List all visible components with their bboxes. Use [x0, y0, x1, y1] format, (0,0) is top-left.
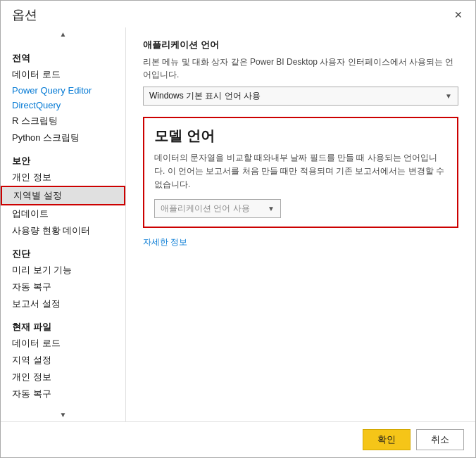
sidebar-item-python-scripting[interactable]: Python 스크립팅: [1, 129, 125, 146]
sidebar-scroll-up[interactable]: ▲: [1, 27, 125, 41]
sidebar: ▲ 전역 데이터 로드 Power Query Editor DirectQue…: [1, 27, 126, 421]
cancel-button[interactable]: 취소: [416, 429, 464, 450]
app-language-dropdown[interactable]: Windows 기본 표시 언어 사용 ▼: [143, 87, 458, 106]
sidebar-item-current-data-load[interactable]: 데이터 로드: [1, 335, 125, 352]
sidebar-group-diagnostics: 진단: [1, 243, 125, 262]
sidebar-item-current-regional[interactable]: 지역 설정: [1, 352, 125, 369]
sidebar-group-current-file: 현재 파일: [1, 317, 125, 335]
app-language-dropdown-arrow: ▼: [445, 92, 452, 100]
sidebar-item-current-personal[interactable]: 개인 정보: [1, 369, 125, 386]
sidebar-item-current-auto-recovery[interactable]: 자동 복구: [1, 386, 125, 402]
dialog-footer: 확인 취소: [1, 421, 475, 457]
close-button[interactable]: ✕: [450, 6, 467, 23]
sidebar-item-direct-query[interactable]: DirectQuery: [1, 98, 125, 113]
model-language-dropdown-value: 애플리케이션 언어 사용: [161, 203, 250, 215]
sidebar-group-global: 전역: [1, 48, 125, 66]
title-bar: 옵션 ✕: [1, 1, 475, 27]
sidebar-item-data-load[interactable]: 데이터 로드: [1, 66, 125, 83]
sidebar-item-update[interactable]: 업데이트: [1, 205, 125, 222]
sidebar-item-report-settings[interactable]: 보고서 설정: [1, 295, 125, 312]
sidebar-scroll-down[interactable]: ▼: [1, 408, 125, 421]
model-language-box: 모델 언어 데이터의 문자열을 비교할 때와내부 날짜 필드를 만들 때 사용되…: [143, 117, 458, 228]
sidebar-item-r-scripting[interactable]: R 스크립팅: [1, 113, 125, 129]
app-language-dropdown-value: Windows 기본 표시 언어 사용: [149, 90, 261, 102]
options-dialog: 옵션 ✕ ▲ 전역 데이터 로드 Power Query Editor Dire…: [0, 0, 476, 458]
sidebar-item-preview[interactable]: 미리 보기 기능: [1, 262, 125, 279]
app-language-title: 애플리케이션 언어: [143, 39, 458, 51]
app-language-desc: 리본 메뉴 및 대화 상자 같은 Power BI Desktop 사용자 인터…: [143, 56, 458, 81]
detail-link[interactable]: 자세한 정보: [143, 236, 458, 248]
sidebar-item-usage-data[interactable]: 사용량 현황 데이터: [1, 222, 125, 239]
sidebar-item-auto-recovery[interactable]: 자동 복구: [1, 279, 125, 295]
main-content: 애플리케이션 언어 리본 메뉴 및 대화 상자 같은 Power BI Desk…: [126, 27, 475, 421]
model-language-desc: 데이터의 문자열을 비교할 때와내부 날짜 필드를 만들 때 사용되는 언어입니…: [154, 151, 447, 192]
model-language-dropdown-arrow: ▼: [268, 205, 275, 212]
sidebar-item-power-query-editor[interactable]: Power Query Editor: [1, 83, 125, 98]
ok-button[interactable]: 확인: [363, 429, 411, 450]
sidebar-content: 전역 데이터 로드 Power Query Editor DirectQuery…: [1, 41, 125, 408]
sidebar-item-regional-settings[interactable]: 지역별 설정: [1, 186, 125, 205]
sidebar-group-security: 보안: [1, 151, 125, 169]
model-language-dropdown[interactable]: 애플리케이션 언어 사용 ▼: [154, 199, 281, 218]
model-language-title: 모델 언어: [154, 127, 447, 146]
dialog-title: 옵션: [12, 6, 37, 23]
sidebar-item-personal-info[interactable]: 개인 정보: [1, 169, 125, 186]
dialog-body: ▲ 전역 데이터 로드 Power Query Editor DirectQue…: [1, 27, 475, 421]
